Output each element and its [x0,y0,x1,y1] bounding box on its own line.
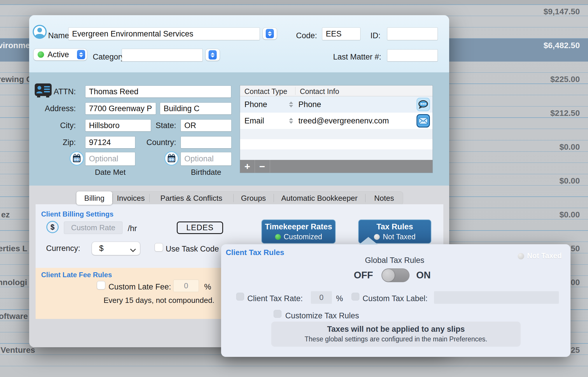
popup-title: Client Tax Rules [226,248,284,257]
custom-tax-label-label: Custom Tax Label: [363,294,428,303]
city-label: City: [41,121,76,130]
tab-automatic-bookkeeper[interactable]: Automatic Bookkeeper [274,191,365,205]
contact-row-phone[interactable]: Phone Phone [240,96,433,113]
custom-late-fee-label: Custom Late Fee: [108,282,171,292]
id-input[interactable] [387,28,438,40]
list-item[interactable]: hnologi [0,278,27,287]
tab-notes[interactable]: Notes [365,191,403,205]
list-item[interactable]: ez [1,210,10,219]
list-amount: $0.00 [559,210,580,219]
tax-rules-status: Not Taxed [383,233,415,241]
dollar-icon: $ [46,221,59,233]
use-task-code-checkbox[interactable] [155,243,163,252]
category-stepper[interactable] [206,49,220,61]
ledes-button[interactable]: LEDES [177,221,223,234]
name-label: Name: [48,31,71,40]
timekeeper-rates-status: Customized [284,233,322,241]
list-item[interactable]: oftware [0,312,28,321]
contact-type: Email [244,116,264,125]
contact-info: Phone [298,100,321,109]
name-stepper[interactable] [263,28,277,39]
state-label: State: [146,121,176,130]
late-fee-percent-field[interactable]: 0 [173,280,199,292]
client-tax-rate-checkbox[interactable] [236,293,244,301]
timekeeper-rates-label: Timekeeper Rates [262,222,335,231]
list-item[interactable]: Ventures [1,345,35,355]
list-amount: $212.50 [550,109,580,118]
birthdate-caption: Birthdate [181,168,231,177]
name-input[interactable] [69,28,260,40]
contacts-table: Contact Type Contact Info Phone Phone Em… [240,85,433,173]
background-table-top-strip [0,0,588,5]
last-matter-input[interactable] [387,50,438,61]
remove-contact-button[interactable]: − [255,160,270,173]
list-item[interactable]: vironme [0,41,30,50]
tax-percent-suffix: % [336,294,343,303]
tax-message-box: Taxes will not be applied to any slips T… [271,322,521,347]
col-contact-info[interactable]: Contact Info [300,87,339,96]
contact-row-email[interactable]: Email treed@evergreenenv.com [240,113,433,129]
contact-type: Phone [244,100,267,109]
col-contact-type[interactable]: Contact Type [244,87,287,96]
custom-late-fee-checkbox[interactable] [97,281,105,289]
late-fee-note: Every 15 days, not compounded. [98,296,220,305]
status-dropdown[interactable]: Active [34,49,87,60]
custom-tax-label-checkbox[interactable] [351,293,359,301]
toggle-knob[interactable] [382,269,395,282]
tax-message-subtitle: These global settings are configured in … [271,335,521,343]
email-envelope-icon[interactable] [416,114,430,128]
address-line2-input[interactable] [160,103,231,114]
category-label: Category: [93,53,118,62]
country-input[interactable] [181,137,231,148]
sort-arrows-icon[interactable] [289,102,293,107]
customize-tax-rules-checkbox[interactable] [274,310,281,318]
client-tax-rate-label: Client Tax Rate: [247,294,303,303]
custom-tax-label-field[interactable] [434,291,559,304]
column-divider[interactable] [295,87,295,95]
attn-input[interactable] [85,86,231,97]
birthdate-calendar-icon[interactable] [164,151,179,167]
add-contact-button[interactable]: + [240,160,255,173]
tax-message-title: Taxes will not be applied to any slips [271,325,521,334]
tab-groups[interactable]: Groups [233,191,274,205]
tax-rules-label: Tax Rules [359,222,431,231]
birthdate-input[interactable] [181,152,231,165]
timekeeper-rates-button[interactable]: Timekeeper Rates Customized [261,219,336,244]
late-fee-percent-suffix: % [204,282,211,292]
list-amount: $9,147.50 [543,7,580,16]
not-taxed-badge-icon [518,253,524,259]
list-amount: 50 [571,244,580,253]
global-tax-rules-toggle[interactable] [382,268,410,282]
list-amount: 00 [571,278,580,287]
city-input[interactable] [85,120,151,131]
code-input[interactable] [322,28,360,40]
list-amount: 25 [571,345,580,355]
currency-dropdown[interactable]: $ [92,242,140,255]
contact-info: treed@evergreenenv.com [298,116,389,125]
state-input[interactable] [181,120,231,131]
client-tax-rate-field[interactable]: 0 [311,291,332,304]
custom-rate-field[interactable]: Custom Rate [64,221,123,234]
category-input[interactable] [122,49,202,61]
contacts-table-header: Contact Type Contact Info [240,85,433,96]
address-line1-input[interactable] [85,103,156,114]
client-tax-rules-popup: Client Tax Rules Not Taxed Global Tax Ru… [221,244,570,357]
list-item[interactable]: erties L [0,244,27,253]
list-amount: $6,482.50 [543,41,580,50]
country-label: Country: [141,138,176,147]
toolbar-divider [270,160,270,173]
status-value: Active [48,50,69,59]
message-bubble-icon[interactable] [416,98,430,111]
sort-arrows-icon[interactable] [289,118,293,124]
per-hour-suffix: /hr [128,224,137,233]
currency-value: $ [99,244,104,253]
zip-input[interactable] [85,137,135,148]
tab-billing[interactable]: Billing [76,191,112,205]
last-matter-label: Last Matter #: [333,53,376,62]
list-item[interactable]: rewing C [0,75,32,84]
customized-status-icon [275,234,281,240]
date-met-calendar-icon[interactable] [69,151,84,167]
date-met-input[interactable] [85,152,135,165]
tab-parties-conflicts[interactable]: Parties & Conflicts [149,191,233,205]
tab-invoices[interactable]: Invoices [112,191,149,205]
